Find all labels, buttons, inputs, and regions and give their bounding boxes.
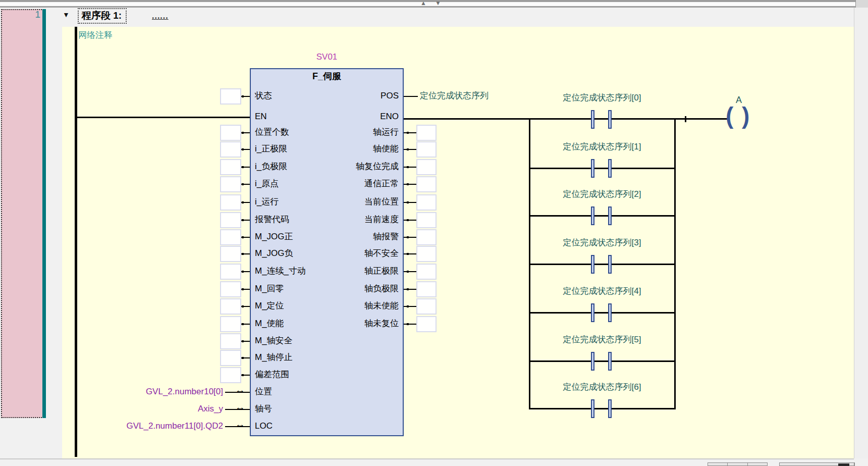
empty-operand-box[interactable] — [220, 176, 241, 192]
no-contact-bar-right[interactable] — [608, 255, 612, 274]
network-gutter-selection[interactable] — [1, 9, 43, 418]
block-output-pin-轴不安全[interactable]: 轴不安全 — [298, 248, 399, 259]
block-output-pin-轴报警[interactable]: 轴报警 — [298, 231, 399, 242]
empty-operand-box[interactable] — [220, 212, 241, 228]
empty-operand-box[interactable] — [416, 316, 437, 332]
empty-operand-box[interactable] — [416, 281, 437, 297]
empty-operand-box[interactable] — [416, 229, 437, 245]
empty-operand-box[interactable] — [416, 194, 437, 211]
empty-operand-box[interactable] — [220, 350, 241, 366]
empty-operand-box[interactable] — [416, 246, 437, 262]
block-output-pin-轴正极限[interactable]: 轴正极限 — [298, 266, 399, 277]
contact-operand-label[interactable]: 定位完成状态序列[5] — [536, 335, 668, 345]
empty-operand-box[interactable] — [220, 298, 241, 315]
no-contact-bar-left[interactable] — [591, 255, 594, 274]
empty-operand-box[interactable] — [416, 141, 437, 158]
contact-operand-label[interactable]: 定位完成状态序列[4] — [536, 286, 668, 296]
network-collapse-triangle-icon[interactable]: ▼ — [63, 11, 70, 19]
inout-operand-LOC[interactable]: GVL_2.number11[0].QD2 — [72, 421, 223, 432]
bottom-toolbar-button[interactable] — [708, 463, 728, 465]
block-output-pin-通信正常[interactable]: 通信正常 — [298, 178, 399, 189]
block-input-pin-i_原点[interactable]: i_原点 — [255, 178, 279, 189]
block-input-pin-状态[interactable]: 状态 — [255, 90, 272, 101]
splitter-handle[interactable] — [0, 2, 868, 6]
network-title[interactable]: 程序段 1: — [78, 8, 127, 24]
no-contact-bar-right[interactable] — [608, 159, 612, 178]
block-output-pin-轴负极限[interactable]: 轴负极限 — [298, 283, 399, 294]
block-input-pin-LOC[interactable]: LOC — [255, 421, 273, 432]
empty-operand-box[interactable] — [220, 264, 241, 280]
block-output-pin-ENO[interactable]: ENO — [298, 111, 399, 122]
no-contact-bar-left[interactable] — [591, 159, 594, 178]
coil-symbol-open[interactable]: ( — [726, 103, 733, 128]
block-input-pin-报警代码[interactable]: 报警代码 — [255, 214, 289, 225]
coil-symbol-close[interactable]: ) — [742, 103, 749, 128]
empty-operand-box[interactable] — [220, 159, 241, 175]
block-input-pin-M_定位[interactable]: M_定位 — [255, 300, 284, 312]
network-comment-text[interactable]: 网络注释 — [78, 30, 113, 40]
network-comment-placeholder[interactable]: ...... — [152, 12, 169, 21]
no-contact-bar-right[interactable] — [608, 303, 612, 322]
block-input-pin-M_轴停止[interactable]: M_轴停止 — [255, 352, 293, 363]
empty-operand-box[interactable] — [416, 264, 437, 280]
no-contact-bar-left[interactable] — [591, 352, 594, 371]
block-input-pin-M_JOG负[interactable]: M_JOG负 — [255, 248, 293, 259]
bottom-zoom-group[interactable] — [779, 462, 855, 466]
empty-operand-box[interactable] — [416, 212, 437, 228]
empty-operand-box[interactable] — [220, 246, 241, 262]
block-input-pin-轴号[interactable]: 轴号 — [255, 403, 272, 415]
block-input-pin-M_JOG正[interactable]: M_JOG正 — [255, 231, 293, 242]
no-contact-bar-left[interactable] — [591, 110, 594, 129]
block-input-pin-M_使能[interactable]: M_使能 — [255, 318, 284, 329]
block-input-pin-EN[interactable]: EN — [255, 111, 267, 122]
block-output-pin-轴未复位[interactable]: 轴未复位 — [298, 318, 399, 329]
contact-operand-label[interactable]: 定位完成状态序列[2] — [536, 189, 668, 199]
contact-operand-label[interactable]: 定位完成状态序列[0] — [536, 93, 668, 103]
block-input-pin-i_负极限[interactable]: i_负极限 — [255, 161, 287, 172]
contact-operand-label[interactable]: 定位完成状态序列[6] — [536, 382, 668, 392]
empty-operand-box[interactable] — [416, 298, 437, 315]
bottom-toolbar-group[interactable] — [708, 462, 768, 466]
empty-operand-box[interactable] — [220, 88, 241, 105]
block-output-pin-轴复位完成[interactable]: 轴复位完成 — [298, 161, 399, 172]
contact-operand-label[interactable]: 定位完成状态序列[1] — [536, 142, 668, 152]
block-input-pin-位置[interactable]: 位置 — [255, 386, 272, 397]
no-contact-bar-right[interactable] — [608, 206, 612, 225]
splitter-collapse-down-icon[interactable]: ▼ — [435, 0, 441, 7]
bottom-toolbar-button[interactable] — [728, 463, 747, 465]
block-output-pin-当前速度[interactable]: 当前速度 — [298, 214, 399, 225]
empty-operand-box[interactable] — [416, 176, 437, 192]
empty-operand-box[interactable] — [220, 194, 241, 211]
block-output-pin-POS[interactable]: POS — [298, 90, 399, 101]
block-output-pin-轴未使能[interactable]: 轴未使能 — [298, 300, 399, 312]
no-contact-bar-left[interactable] — [591, 303, 594, 322]
contact-operand-label[interactable]: 定位完成状态序列[3] — [536, 238, 668, 248]
block-output-pin-轴使能[interactable]: 轴使能 — [298, 143, 399, 154]
inout-operand-位置[interactable]: GVL_2.number10[0] — [72, 386, 223, 397]
empty-operand-box[interactable] — [220, 281, 241, 297]
block-output-pin-当前位置[interactable]: 当前位置 — [298, 196, 399, 208]
output-operand-POS[interactable]: 定位完成状态序列 — [420, 90, 489, 101]
no-contact-bar-left[interactable] — [591, 399, 594, 418]
block-instance-name[interactable]: SV01 — [250, 52, 404, 62]
no-contact-bar-right[interactable] — [608, 110, 612, 129]
block-output-pin-轴运行[interactable]: 轴运行 — [298, 127, 399, 138]
coil-operand-label[interactable]: A — [714, 95, 764, 106]
block-input-pin-i_运行[interactable]: i_运行 — [255, 196, 279, 208]
block-input-pin-i_正极限[interactable]: i_正极限 — [255, 143, 287, 154]
block-input-pin-位置个数[interactable]: 位置个数 — [255, 127, 289, 138]
empty-operand-box[interactable] — [220, 316, 241, 332]
block-input-pin-M_轴安全[interactable]: M_轴安全 — [255, 335, 293, 346]
empty-operand-box[interactable] — [220, 333, 241, 349]
no-contact-bar-right[interactable] — [608, 399, 612, 418]
empty-operand-box[interactable] — [220, 367, 241, 383]
splitter-collapse-up-icon[interactable]: ▲ — [420, 0, 426, 7]
empty-operand-box[interactable] — [220, 229, 241, 245]
empty-operand-box[interactable] — [220, 125, 241, 141]
no-contact-bar-right[interactable] — [608, 352, 612, 371]
block-input-pin-偏差范围[interactable]: 偏差范围 — [255, 369, 289, 380]
bottom-toolbar-button[interactable] — [748, 463, 767, 465]
empty-operand-box[interactable] — [220, 141, 241, 158]
inout-operand-轴号[interactable]: Axis_y — [72, 403, 223, 415]
empty-operand-box[interactable] — [416, 159, 437, 175]
